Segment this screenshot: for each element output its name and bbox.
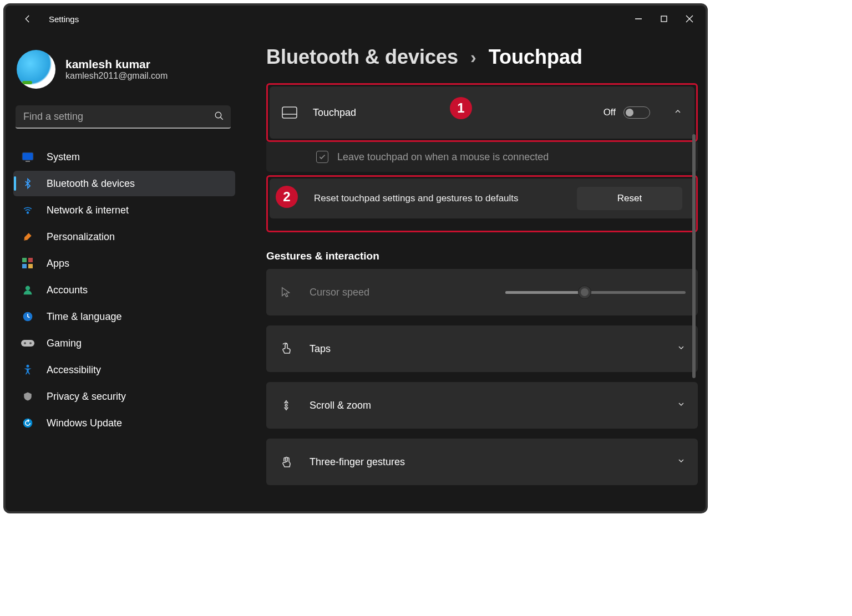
minimize-button[interactable]: [626, 10, 651, 28]
svg-rect-1: [661, 16, 667, 22]
user-name: kamlesh kumar: [65, 58, 168, 71]
svg-point-22: [285, 404, 287, 406]
cursor-icon: [278, 285, 294, 299]
scroll-zoom-row[interactable]: Scroll & zoom: [266, 382, 698, 429]
leave-touchpad-option-row[interactable]: Leave touchpad on when a mouse is connec…: [266, 142, 698, 172]
shield-icon: [21, 390, 34, 403]
gestures-section-title: Gestures & interaction: [266, 250, 698, 262]
svg-point-18: [27, 365, 29, 368]
sidebar-item-label: Bluetooth & devices: [47, 178, 135, 190]
chevron-down-icon: [677, 456, 686, 468]
annotation-badge-2: 2: [276, 186, 298, 208]
sidebar-item-label: System: [47, 151, 80, 163]
slider-thumb[interactable]: [579, 286, 591, 298]
svg-point-13: [26, 286, 30, 291]
chevron-right-icon: ›: [470, 47, 476, 68]
breadcrumb-current: Touchpad: [489, 45, 582, 69]
annotation-box-1: 1 Touchpad Off: [266, 83, 698, 142]
breadcrumb: Bluetooth & devices › Touchpad: [266, 45, 698, 69]
sidebar-item-system[interactable]: System: [13, 144, 235, 170]
svg-line-5: [220, 117, 223, 120]
sidebar-item-bluetooth-devices[interactable]: Bluetooth & devices: [13, 171, 235, 196]
tap-icon: [278, 342, 294, 356]
sidebar-item-label: Windows Update: [47, 418, 122, 429]
svg-rect-7: [26, 161, 30, 162]
clock-icon: [21, 310, 34, 323]
profile-block[interactable]: kamlesh kumar kamlesh2011@gmail.com: [17, 50, 235, 89]
reset-description: Reset touchpad settings and gestures to …: [314, 192, 519, 205]
update-icon: [21, 416, 34, 430]
chevron-down-icon: [677, 400, 686, 411]
display-icon: [21, 150, 34, 164]
sidebar-item-label: Personalization: [47, 231, 115, 243]
svg-point-16: [24, 342, 26, 344]
sidebar-item-privacy[interactable]: Privacy & security: [13, 384, 235, 409]
person-icon: [21, 283, 34, 297]
taps-row[interactable]: Taps: [266, 325, 698, 372]
sidebar-item-gaming[interactable]: Gaming: [13, 330, 235, 356]
three-finger-row[interactable]: Three-finger gestures: [266, 439, 698, 485]
scroll-zoom-label: Scroll & zoom: [310, 400, 661, 411]
sidebar-item-apps[interactable]: Apps: [13, 251, 235, 276]
app-title: Settings: [49, 14, 79, 24]
svg-rect-20: [282, 107, 297, 118]
sidebar-item-accounts[interactable]: Accounts: [13, 277, 235, 303]
three-finger-label: Three-finger gestures: [310, 456, 661, 468]
cursor-speed-slider[interactable]: [505, 286, 686, 298]
back-button[interactable]: [19, 10, 37, 28]
reset-button[interactable]: Reset: [577, 187, 682, 210]
touchpad-toggle-row[interactable]: Touchpad Off: [270, 86, 694, 139]
titlebar: Settings: [6, 6, 706, 32]
bluetooth-icon: [21, 177, 34, 190]
svg-point-4: [215, 112, 221, 118]
sidebar-item-time-language[interactable]: Time & language: [13, 304, 235, 329]
sidebar-item-label: Accessibility: [47, 364, 101, 376]
search-icon: [214, 111, 224, 123]
annotation-badge-1: 1: [450, 97, 472, 119]
sidebar-item-label: Accounts: [47, 284, 88, 296]
three-finger-icon: [278, 455, 294, 469]
svg-point-8: [27, 212, 29, 213]
sidebar-item-windows-update[interactable]: Windows Update: [13, 410, 235, 436]
svg-rect-15: [21, 340, 34, 347]
sidebar-item-network[interactable]: Network & internet: [13, 197, 235, 223]
cursor-speed-label: Cursor speed: [310, 287, 490, 298]
sidebar-item-label: Network & internet: [47, 205, 129, 216]
sidebar: kamlesh kumar kamlesh2011@gmail.com Syst…: [13, 50, 235, 436]
breadcrumb-parent[interactable]: Bluetooth & devices: [266, 45, 458, 69]
settings-window: Settings kamlesh kumar kamlesh2011@gmail…: [3, 3, 708, 513]
svg-rect-9: [22, 258, 27, 262]
chevron-down-icon: [677, 343, 686, 355]
annotation-box-2: 2 Reset touchpad settings and gestures t…: [266, 175, 698, 232]
scroll-zoom-icon: [278, 398, 294, 413]
leave-touchpad-checkbox[interactable]: [316, 151, 328, 163]
sidebar-item-personalization[interactable]: Personalization: [13, 224, 235, 250]
wifi-icon: [21, 203, 34, 217]
sidebar-item-accessibility[interactable]: Accessibility: [13, 357, 235, 383]
nav-list: System Bluetooth & devices Network & int…: [13, 144, 235, 436]
user-email: kamlesh2011@gmail.com: [65, 71, 168, 81]
reset-touchpad-row: Reset touchpad settings and gestures to …: [270, 179, 694, 218]
scrollbar[interactable]: [692, 134, 696, 378]
sidebar-item-label: Gaming: [47, 338, 82, 349]
svg-rect-6: [22, 152, 33, 160]
close-button[interactable]: [677, 10, 702, 28]
search-box[interactable]: [16, 105, 231, 129]
chevron-up-icon: [673, 107, 682, 119]
gamepad-icon: [21, 337, 34, 350]
search-input[interactable]: [16, 105, 231, 129]
sidebar-item-label: Privacy & security: [47, 391, 126, 403]
maximize-button[interactable]: [651, 10, 677, 28]
apps-icon: [21, 257, 34, 270]
sidebar-item-label: Time & language: [47, 311, 121, 323]
taps-label: Taps: [310, 343, 661, 355]
avatar: [17, 50, 55, 89]
main-content: Bluetooth & devices › Touchpad 1 Touchpa…: [266, 45, 698, 511]
touchpad-icon: [282, 106, 297, 119]
paintbrush-icon: [21, 230, 34, 243]
svg-rect-11: [22, 264, 27, 268]
touchpad-toggle-switch[interactable]: [623, 106, 650, 119]
toggle-state-label: Off: [604, 107, 616, 118]
svg-rect-12: [28, 264, 33, 268]
leave-touchpad-label: Leave touchpad on when a mouse is connec…: [337, 151, 549, 163]
